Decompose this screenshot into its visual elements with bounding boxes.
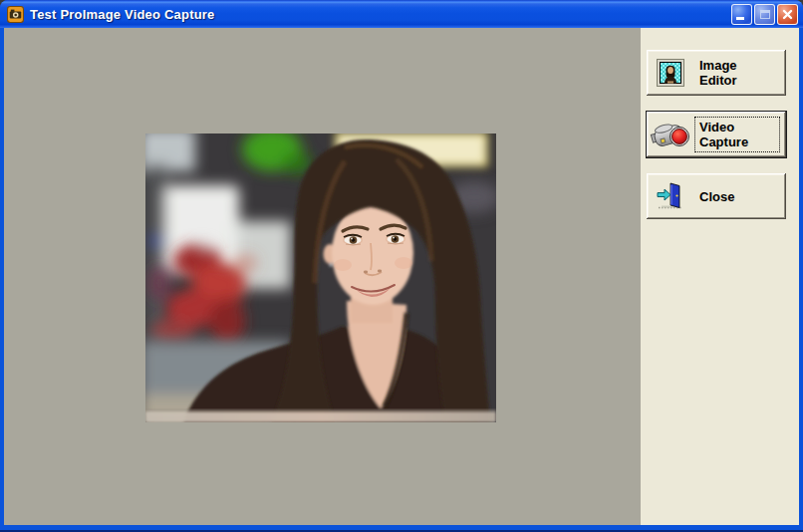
close-window-button[interactable] [777, 4, 798, 25]
window-controls [731, 4, 798, 25]
camera-app-icon [7, 6, 24, 23]
close-label: Close [699, 189, 761, 204]
mona-lisa-picture-icon [647, 59, 694, 87]
image-editor-label: Image Editor [699, 58, 761, 88]
close-button[interactable]: Close [647, 173, 786, 219]
image-editor-label-box: Image Editor [694, 55, 780, 91]
titlebar: Test ProImage Video Capture [0, 0, 803, 28]
window-body: Image Editor [0, 28, 803, 532]
window-title: Test ProImage Video Capture [30, 7, 215, 22]
minimize-icon [736, 17, 744, 20]
close-label-box: Close [694, 178, 780, 214]
video-capture-label-box: Video Capture [694, 117, 780, 152]
close-icon [782, 9, 793, 20]
app-window: Test ProImage Video Capture [0, 0, 803, 532]
exit-door-icon [647, 182, 694, 210]
video-capture-label: Video Capture [699, 120, 761, 149]
image-editor-button[interactable]: Image Editor [647, 50, 786, 96]
video-preview-photo [145, 133, 496, 422]
maximize-icon [760, 10, 770, 19]
maximize-button [754, 4, 775, 25]
minimize-button[interactable] [731, 4, 752, 25]
video-camera-icon [647, 118, 694, 151]
video-capture-button[interactable]: Video Capture [647, 112, 786, 157]
video-preview-area [4, 28, 641, 525]
side-panel: Image Editor [641, 28, 799, 525]
